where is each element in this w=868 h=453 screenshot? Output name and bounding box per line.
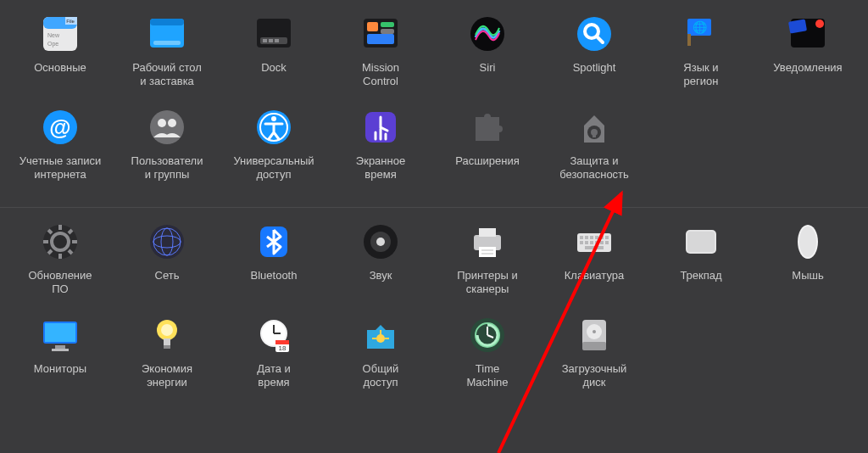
pref-item-spotlight[interactable]: Spotlight [541, 12, 648, 105]
bulb-icon [145, 313, 189, 357]
svg-rect-66 [585, 236, 588, 239]
svg-point-36 [271, 116, 276, 121]
pref-item-energy[interactable]: Экономия энергии [114, 313, 220, 406]
pref-item-accessibility[interactable]: Универсальный доступ [220, 105, 327, 199]
svg-point-32 [158, 119, 166, 127]
svg-rect-65 [580, 236, 583, 239]
svg-text:🌐: 🌐 [693, 20, 708, 35]
pref-item-security[interactable]: Защита и безопасность [541, 105, 648, 199]
svg-rect-76 [605, 241, 609, 244]
pref-label: Сеть [155, 269, 180, 282]
pref-label: Загрузочный диск [562, 362, 627, 389]
pref-item-software-update[interactable]: Обновление ПО [7, 220, 114, 313]
language-icon: 🌐 [679, 12, 723, 56]
pref-label: Защита и безопасность [559, 154, 629, 182]
dock-icon [252, 12, 296, 56]
pref-item-displays[interactable]: Мониторы [7, 313, 114, 406]
svg-rect-68 [595, 236, 598, 239]
svg-rect-11 [263, 39, 267, 42]
pref-label: Учетные записи интернета [19, 154, 101, 182]
svg-text:@: @ [49, 115, 70, 140]
svg-rect-67 [590, 236, 593, 239]
pref-item-keyboard[interactable]: Клавиатура [541, 220, 648, 313]
network-icon [145, 220, 189, 264]
pref-label: Экранное время [356, 154, 405, 182]
display-icon [38, 313, 82, 357]
svg-point-51 [150, 225, 184, 259]
pref-label: Мониторы [34, 362, 86, 376]
pref-item-users-groups[interactable]: Пользователи и группы [114, 105, 220, 199]
svg-text:New: New [47, 32, 60, 38]
svg-point-81 [799, 226, 816, 257]
accessibility-icon [252, 105, 296, 149]
pref-item-sound[interactable]: Звук [327, 220, 434, 313]
trackpad-icon [679, 220, 723, 264]
pref-item-internet-accounts[interactable]: @Учетные записи интернета [7, 105, 114, 199]
svg-rect-40 [593, 132, 596, 137]
pref-item-notifications[interactable]: Уведомления [754, 12, 861, 105]
pref-item-desktop[interactable]: Рабочий стол и заставка [114, 12, 220, 105]
svg-point-20 [577, 17, 611, 51]
svg-rect-84 [55, 345, 65, 349]
pref-item-printers[interactable]: Принтеры и сканеры [434, 220, 541, 313]
prefs-section-bottom: Обновление ПО Сеть Bluetooth Звук Принте… [0, 208, 868, 415]
pref-item-time-machine[interactable]: Time Machine [434, 313, 541, 406]
svg-text:Ope: Ope [47, 41, 58, 48]
sharing-icon [359, 313, 403, 357]
notifications-icon [786, 12, 830, 56]
pref-item-mouse[interactable]: Мышь [754, 220, 861, 313]
mouse-icon [786, 220, 830, 264]
screentime-icon [359, 105, 403, 149]
pref-item-mission-control[interactable]: Mission Control [327, 12, 434, 105]
system-preferences-panel: File New OpeОсновные Рабочий стол и заст… [0, 0, 868, 415]
bluetooth-icon [252, 220, 296, 264]
pref-item-bluetooth[interactable]: Bluetooth [220, 220, 327, 313]
puzzle-icon [465, 105, 509, 149]
svg-point-87 [161, 324, 173, 336]
pref-item-dock[interactable]: Dock [220, 12, 327, 105]
pref-label: Mission Control [362, 61, 399, 88]
pref-item-screen-time[interactable]: Экранное время [327, 105, 434, 199]
pref-label: Расширения [455, 154, 520, 168]
pref-item-extensions[interactable]: Расширения [434, 105, 541, 199]
pref-item-siri[interactable]: Siri [434, 12, 541, 105]
svg-rect-89 [164, 345, 170, 349]
pref-item-language-region[interactable]: 🌐Язык и регион [648, 12, 754, 105]
users-icon [145, 105, 189, 149]
prefs-section-top: File New OpeОсновные Рабочий стол и заст… [0, 0, 868, 207]
svg-rect-83 [45, 323, 75, 342]
svg-rect-61 [479, 247, 496, 257]
desktop-icon [145, 12, 189, 56]
pref-item-startup-disk[interactable]: Загрузочный диск [541, 313, 648, 406]
pref-item-general[interactable]: File New OpeОсновные [7, 12, 114, 105]
svg-line-50 [48, 250, 52, 254]
svg-rect-13 [275, 39, 279, 42]
pref-item-sharing[interactable]: Общий доступ [327, 313, 434, 406]
svg-rect-60 [479, 228, 496, 237]
svg-rect-75 [600, 241, 604, 244]
pref-label: Рабочий стол и заставка [132, 61, 202, 88]
pref-item-network[interactable]: Сеть [114, 220, 220, 313]
svg-text:18: 18 [279, 344, 287, 352]
siri-icon [465, 12, 509, 56]
pref-label: Звук [370, 269, 392, 282]
pref-label: Обновление ПО [28, 269, 92, 296]
svg-point-58 [376, 238, 385, 246]
clock-icon: 18 [252, 313, 296, 357]
pref-label: Мышь [792, 269, 823, 282]
svg-rect-17 [381, 29, 394, 34]
pref-label: Пользователи и группы [131, 154, 203, 182]
gear-icon [38, 220, 82, 264]
svg-rect-24 [687, 34, 691, 46]
svg-point-28 [815, 20, 824, 28]
pref-label: Основные [34, 61, 86, 75]
svg-rect-77 [585, 246, 604, 249]
pref-label: Bluetooth [251, 269, 298, 282]
pref-label: Dock [261, 61, 287, 75]
svg-rect-88 [164, 338, 170, 345]
at-icon: @ [38, 105, 82, 149]
pref-item-trackpad[interactable]: Трекпад [648, 220, 754, 313]
pref-item-date-time[interactable]: 18Дата и время [220, 313, 327, 406]
general-icon: File New Ope [38, 12, 82, 56]
spotlight-icon [572, 12, 616, 56]
